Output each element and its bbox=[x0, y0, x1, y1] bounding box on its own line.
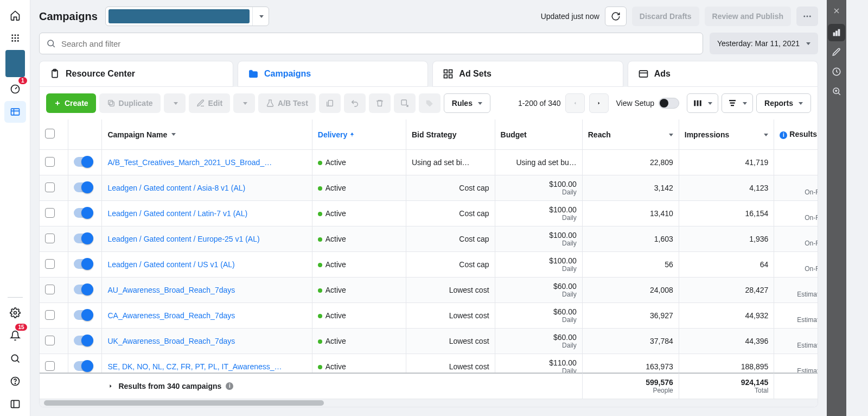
bid-cell: Cost cap bbox=[406, 226, 495, 252]
zoom-icon[interactable] bbox=[828, 83, 845, 100]
horizontal-scrollbar[interactable] bbox=[40, 399, 818, 407]
duplicate-button[interactable]: Duplicate bbox=[99, 93, 161, 113]
row-checkbox[interactable] bbox=[40, 175, 68, 201]
search-field[interactable] bbox=[61, 39, 696, 48]
row-checkbox[interactable] bbox=[40, 226, 68, 252]
pencil-icon[interactable] bbox=[828, 43, 845, 61]
account-avatar[interactable] bbox=[5, 50, 25, 77]
campaign-name-cell[interactable]: CA_Awareness_Broad_Reach_7days bbox=[102, 303, 312, 329]
table-row[interactable]: Leadgen / Gated content / Asia-8 v1 (AL)… bbox=[40, 175, 818, 201]
export-button[interactable] bbox=[394, 93, 416, 113]
search-icon[interactable] bbox=[4, 348, 26, 369]
reports-button[interactable]: Reports bbox=[756, 93, 811, 113]
col-checkbox[interactable] bbox=[40, 119, 68, 150]
account-picker[interactable] bbox=[105, 7, 269, 26]
columns-button[interactable] bbox=[687, 93, 718, 113]
history-icon[interactable] bbox=[828, 63, 845, 80]
campaigns-table-wrap[interactable]: Campaign Name Delivery Bid Strategy Budg… bbox=[40, 119, 818, 399]
table-row[interactable]: CA_Awareness_Broad_Reach_7daysActiveLowe… bbox=[40, 303, 818, 329]
svg-point-4 bbox=[14, 37, 16, 39]
svg-point-18 bbox=[809, 16, 811, 17]
home-icon[interactable] bbox=[4, 4, 26, 26]
row-checkbox[interactable] bbox=[40, 303, 68, 329]
campaign-name-cell[interactable]: A/B_Test_Creatives_March_2021_US_Broad_… bbox=[102, 150, 312, 175]
reach-cell: 1,603 bbox=[583, 226, 679, 252]
row-toggle[interactable] bbox=[68, 329, 103, 354]
chevron-right-icon[interactable] bbox=[107, 383, 114, 389]
table-row[interactable]: Leadgen / Gated content / Latin-7 v1 (AL… bbox=[40, 201, 818, 226]
svg-rect-27 bbox=[110, 102, 114, 106]
row-toggle[interactable] bbox=[68, 278, 103, 303]
date-range-picker[interactable]: Yesterday: Mar 11, 2021 bbox=[710, 33, 818, 54]
rules-button[interactable]: Rules bbox=[444, 93, 490, 113]
row-checkbox[interactable] bbox=[40, 150, 68, 175]
table-row[interactable]: UK_Awareness_Broad_Reach_7daysActiveLowe… bbox=[40, 329, 818, 354]
page-info: 1-200 of 340 bbox=[518, 99, 561, 108]
more-icon[interactable] bbox=[796, 7, 818, 26]
col-bid[interactable]: Bid Strategy bbox=[406, 119, 495, 150]
campaign-name-cell[interactable]: Leadgen / Gated content / Europe-25 v1 (… bbox=[102, 226, 312, 252]
breakdown-button[interactable] bbox=[722, 93, 753, 113]
row-toggle[interactable] bbox=[68, 303, 103, 329]
bell-icon[interactable]: 15 bbox=[4, 325, 26, 346]
edit-dropdown[interactable] bbox=[233, 93, 255, 113]
prev-page-button[interactable] bbox=[565, 93, 585, 113]
col-delivery[interactable]: Delivery bbox=[312, 119, 406, 150]
tab-resource-center[interactable]: Resource Center bbox=[39, 61, 233, 87]
close-icon[interactable] bbox=[828, 3, 845, 18]
campaign-name-cell[interactable]: Leadgen / Gated content / Asia-8 v1 (AL) bbox=[102, 175, 312, 201]
apps-icon[interactable] bbox=[4, 27, 26, 49]
row-toggle[interactable] bbox=[68, 201, 103, 226]
col-budget[interactable]: Budget bbox=[495, 119, 583, 150]
table-toolbar: Create Duplicate Edit A/B Test Rules 1-2… bbox=[40, 87, 818, 119]
tag-button[interactable] bbox=[419, 93, 441, 113]
tab-ads[interactable]: Ads bbox=[628, 61, 818, 87]
campaign-name-cell[interactable]: Leadgen / Gated content / US v1 (AL) bbox=[102, 252, 312, 278]
campaign-name-cell[interactable]: Leadgen / Gated content / Latin-7 v1 (AL… bbox=[102, 201, 312, 226]
tab-adsets[interactable]: Ad Sets bbox=[432, 61, 623, 87]
table-row[interactable]: AU_Awareness_Broad_Reach_7daysActiveLowe… bbox=[40, 278, 818, 303]
collapse-icon[interactable] bbox=[4, 393, 26, 415]
col-impressions[interactable]: Impressions bbox=[679, 119, 775, 150]
row-checkbox[interactable] bbox=[40, 329, 68, 354]
col-reach[interactable]: Reach bbox=[583, 119, 679, 150]
switch-off[interactable] bbox=[659, 98, 679, 109]
next-page-button[interactable] bbox=[589, 93, 609, 113]
campaign-name-cell[interactable]: AU_Awareness_Broad_Reach_7days bbox=[102, 278, 312, 303]
edit-button[interactable]: Edit bbox=[189, 93, 230, 113]
delete-button[interactable] bbox=[369, 93, 391, 113]
create-button[interactable]: Create bbox=[46, 93, 96, 113]
abtest-button[interactable]: A/B Test bbox=[258, 93, 316, 113]
row-checkbox[interactable] bbox=[40, 252, 68, 278]
row-toggle[interactable] bbox=[68, 150, 103, 175]
info-icon[interactable]: i bbox=[226, 382, 233, 390]
chart-icon[interactable] bbox=[828, 24, 845, 41]
view-setup-toggle[interactable]: View Setup bbox=[616, 98, 680, 109]
create-label: Create bbox=[65, 99, 88, 108]
table-row[interactable]: Leadgen / Gated content / US v1 (AL)Acti… bbox=[40, 252, 818, 278]
row-toggle[interactable] bbox=[68, 252, 103, 278]
col-name[interactable]: Campaign Name bbox=[102, 119, 312, 150]
review-publish-button[interactable]: Review and Publish bbox=[705, 7, 791, 26]
help-icon[interactable] bbox=[4, 370, 26, 392]
row-checkbox[interactable] bbox=[40, 201, 68, 226]
tab-label: Ads bbox=[654, 69, 671, 79]
table-row[interactable]: A/B_Test_Creatives_March_2021_US_Broad_…… bbox=[40, 150, 818, 175]
duplicate-dropdown[interactable] bbox=[164, 93, 186, 113]
row-toggle[interactable] bbox=[68, 226, 103, 252]
discard-drafts-button[interactable]: Discard Drafts bbox=[632, 7, 699, 26]
row-toggle[interactable] bbox=[68, 175, 103, 201]
undo-button[interactable] bbox=[344, 93, 366, 113]
copy-button[interactable] bbox=[319, 93, 341, 113]
row-checkbox[interactable] bbox=[40, 278, 68, 303]
search-input[interactable] bbox=[39, 33, 703, 54]
gear-icon[interactable] bbox=[4, 302, 26, 324]
chevron-down-icon[interactable] bbox=[252, 7, 269, 26]
refresh-button[interactable] bbox=[605, 7, 627, 26]
campaign-name-cell[interactable]: UK_Awareness_Broad_Reach_7days bbox=[102, 329, 312, 354]
table-icon[interactable] bbox=[4, 101, 26, 123]
gauge-icon[interactable]: 1 bbox=[4, 78, 26, 100]
table-row[interactable]: Leadgen / Gated content / Europe-25 v1 (… bbox=[40, 226, 818, 252]
tab-campaigns[interactable]: Campaigns bbox=[238, 61, 428, 87]
col-results[interactable]: iResults bbox=[774, 119, 818, 150]
